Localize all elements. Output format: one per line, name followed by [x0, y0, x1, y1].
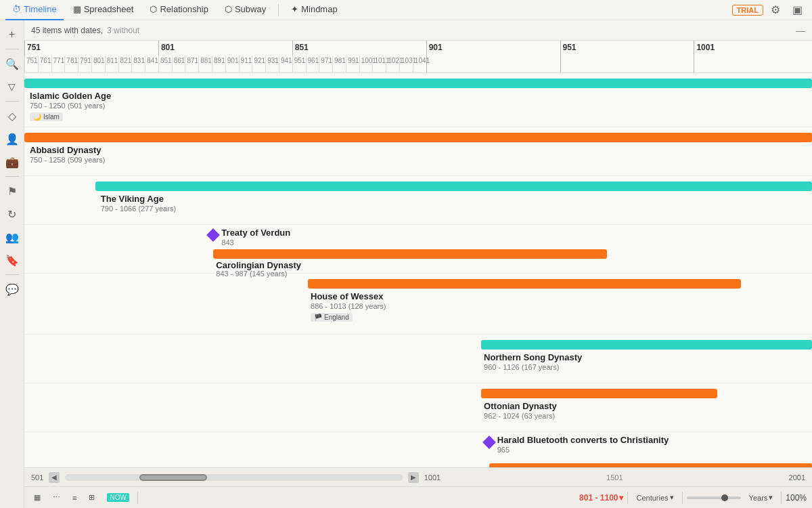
ruler-811: 811 [105, 56, 118, 72]
ruler-871: 871 [185, 56, 198, 72]
topbar: 45 items with dates, 3 without — [24, 20, 812, 41]
event-bar-wessex [308, 279, 741, 289]
scroll-right-arrow[interactable]: ▶ [408, 472, 419, 483]
event-tag-islam: 🌙 Islam [30, 112, 63, 121]
ruler-861: 861 [172, 56, 185, 72]
tab-timeline-label: Timeline [24, 4, 57, 14]
date-range-selector[interactable]: 801 - 1100 ▾ [579, 493, 623, 503]
sidebar-add-icon[interactable]: + [2, 24, 22, 45]
ruler-771: 771 [51, 56, 65, 72]
scroll-left-arrow[interactable]: ◀ [49, 472, 60, 483]
sidebar-refresh-icon[interactable]: ↻ [2, 204, 22, 224]
sidebar-flag-icon[interactable]: ⚑ [2, 181, 22, 201]
bb-stack-btn[interactable]: ≡ [68, 492, 81, 503]
ruler-751: 751 [24, 56, 38, 72]
layers-icon: ⊞ [89, 493, 95, 502]
date-range-dropdown[interactable]: ▾ [619, 493, 623, 503]
ruler-781: 781 [64, 56, 78, 72]
centuries-label: Centuries [636, 494, 668, 502]
scroll-label-501: 501 [31, 473, 43, 482]
event-row-ottonian[interactable]: Ottonian Dynasty 962 - 1024 (63 years) [24, 383, 812, 432]
scroll-thumb[interactable] [139, 474, 207, 481]
event-sublabel-wessex: 886 - 1013 (128 years) [311, 302, 386, 310]
event-label-song: Northern Song Dynasty [484, 352, 582, 362]
app-layout: + 🔍 ▽ ◇ 👤 💼 ⚑ ↻ 👥 🔖 💬 45 items with date… [0, 20, 812, 508]
event-row-abbasid[interactable]: Abbasid Dynasty 750 - 1258 (509 years) [24, 127, 812, 176]
years-dropdown[interactable]: Years ▾ [745, 492, 777, 503]
sidebar-briefcase-icon[interactable]: 💼 [2, 152, 22, 172]
ruler-1041: 1041 [413, 56, 430, 72]
bb-now-btn[interactable]: NOW [103, 492, 133, 503]
event-row-viking[interactable]: The Viking Age 790 - 1066 (277 years) [24, 176, 812, 225]
ruler-831: 831 [131, 56, 145, 72]
sidebar-divider-3 [5, 176, 19, 177]
scroll-track[interactable] [65, 474, 402, 481]
tab-timeline[interactable]: ⏱ Timeline [5, 0, 64, 20]
sidebar-bookmark-icon[interactable]: 🔖 [2, 250, 22, 270]
sidebar-diamond-icon[interactable]: ◇ [2, 106, 22, 126]
tab-subway[interactable]: ⬡ Subway [218, 0, 273, 20]
tab-spreadsheet[interactable]: ▦ Spreadsheet [66, 0, 141, 20]
ruler-911: 911 [239, 56, 252, 72]
ruler-901-m: 901 [225, 56, 239, 72]
tab-mindmap[interactable]: ✦ Mindmap [284, 0, 344, 20]
bb-layers-btn[interactable]: ⊞ [85, 492, 99, 503]
ruler-761: 761 [38, 56, 51, 72]
event-sublabel-harald: 965 [497, 446, 510, 454]
scroll-label-2001: 2001 [789, 473, 805, 482]
islam-icon: 🌙 [33, 113, 41, 121]
bb-divider-4 [781, 492, 782, 504]
ruler-881: 881 [198, 56, 212, 72]
sidebar-contacts-icon[interactable]: 👥 [2, 227, 22, 247]
tab-subway-label: Subway [235, 4, 266, 14]
ruler-821: 821 [118, 56, 132, 72]
minimize-icon[interactable]: — [796, 25, 805, 36]
nav-divider [278, 4, 279, 16]
settings-icon[interactable]: ⚙ [766, 1, 785, 20]
grid-icon: ▦ [34, 493, 41, 502]
trial-badge[interactable]: TRIAL [732, 5, 763, 16]
event-label-viking: The Viking Age [101, 194, 164, 204]
sidebar-search-icon[interactable]: 🔍 [2, 54, 22, 74]
event-bar-carolingian [213, 249, 607, 259]
event-row-treaty[interactable]: Treaty of Verdun 843 Carolingian Dynasty… [24, 225, 812, 274]
bb-grid-btn[interactable]: ▦ [30, 492, 45, 503]
event-row-wessex[interactable]: House of Wessex 886 - 1013 (128 years) 🏴… [24, 274, 812, 335]
bottombar: ▦ ⋯ ≡ ⊞ NOW 801 - 1100 ▾ Centuries [24, 486, 812, 508]
topbar-minimize[interactable]: — [796, 25, 805, 36]
ruler-981: 981 [332, 56, 346, 72]
event-tag-england: 🏴 England [311, 313, 353, 322]
event-label-islamic: Islamic Golden Age [30, 91, 111, 101]
timeline-scrollbar: 501 ◀ ▶ 1001 1501 2001 [24, 467, 812, 486]
events-area: Islamic Golden Age 750 - 1250 (501 years… [24, 73, 812, 467]
england-icon: 🏴 [314, 314, 322, 321]
sidebar-person-icon[interactable]: 👤 [2, 129, 22, 149]
event-bar-ottonian [481, 389, 717, 398]
bb-divider-2 [627, 492, 628, 504]
years-label: Years [749, 494, 768, 502]
sidebar-filter-icon[interactable]: ▽ [2, 77, 22, 97]
ruler-971: 971 [319, 56, 332, 72]
sidebar-chat-icon[interactable]: 💬 [2, 279, 22, 299]
layout-icon[interactable]: ▣ [788, 1, 807, 20]
event-row-song[interactable]: Northern Song Dynasty 960 - 1126 (167 ye… [24, 335, 812, 383]
centuries-dropdown[interactable]: Centuries ▾ [632, 492, 677, 503]
zoom-slider[interactable] [687, 496, 741, 499]
event-row-harald[interactable]: Harald Bluetooth converts to Christianit… [24, 432, 812, 467]
relationship-icon: ⬡ [150, 4, 157, 14]
bb-dot-btn[interactable]: ⋯ [49, 492, 64, 503]
england-label: England [324, 314, 349, 321]
tab-relationship[interactable]: ⬡ Relationship [143, 0, 215, 20]
mindmap-icon: ✦ [291, 4, 298, 14]
sidebar-divider-1 [5, 49, 19, 49]
ruler-961: 961 [306, 56, 319, 72]
ruler-891: 891 [212, 56, 225, 72]
zoom-thumb[interactable] [721, 494, 728, 501]
scroll-label-1501: 1501 [446, 473, 783, 482]
ruler-951-m: 951 [292, 56, 306, 72]
ruler-931: 931 [265, 56, 279, 72]
event-row-islamic[interactable]: Islamic Golden Age 750 - 1250 (501 years… [24, 73, 812, 127]
event-label-abbasid: Abbasid Dynasty [30, 145, 101, 155]
event-sublabel-viking: 790 - 1066 (277 years) [101, 205, 176, 213]
event-sublabel-treaty: 843 [221, 238, 233, 247]
